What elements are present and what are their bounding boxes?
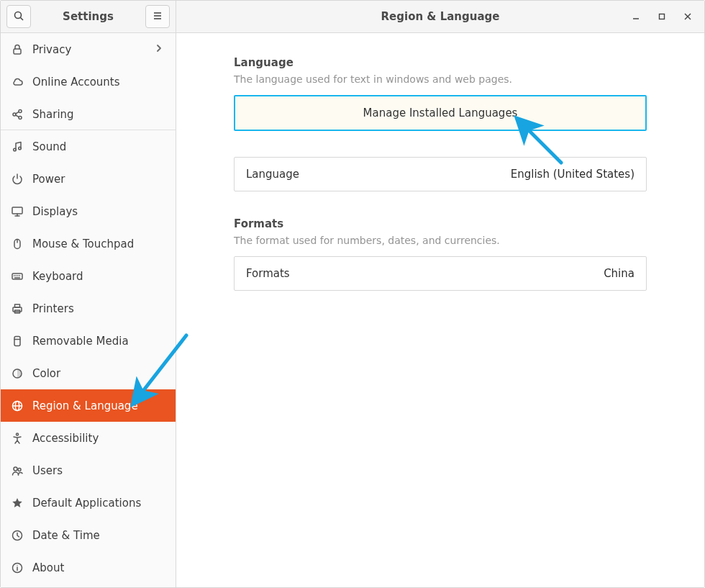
sidebar-item-removable-media[interactable]: Removable Media <box>1 325 176 357</box>
sidebar-item-label: Mouse & Touchpad <box>32 238 164 250</box>
formats-section-subtitle: The format used for numbers, dates, and … <box>234 235 647 246</box>
hamburger-icon <box>152 10 163 24</box>
main-pane: Region & Language <box>176 1 704 587</box>
sidebar-item-default-apps[interactable]: Default Applications <box>1 487 176 519</box>
svg-rect-41 <box>660 14 665 19</box>
sidebar-item-printers[interactable]: Printers <box>1 292 176 325</box>
sidebar-item-accessibility[interactable]: Accessibility <box>1 422 176 454</box>
svg-rect-25 <box>15 304 20 307</box>
sidebar-item-users[interactable]: Users <box>1 454 176 487</box>
display-icon <box>11 205 24 218</box>
sidebar-item-label: Privacy <box>32 43 145 56</box>
info-icon <box>11 561 24 574</box>
maximize-button[interactable] <box>650 6 674 29</box>
power-icon <box>11 173 24 186</box>
sidebar-item-label: Online Accounts <box>32 76 164 89</box>
svg-point-34 <box>14 467 17 471</box>
svg-point-0 <box>15 12 22 18</box>
sidebar-item-power[interactable]: Power <box>1 163 176 195</box>
svg-line-9 <box>16 112 19 114</box>
formats-row-key: Formats <box>246 267 290 280</box>
chevron-right-icon <box>154 43 164 55</box>
formats-row[interactable]: Formats China <box>235 257 646 290</box>
sidebar-item-label: Color <box>32 367 164 380</box>
sidebar-item-label: Removable Media <box>32 335 164 348</box>
printer-icon <box>11 302 24 315</box>
sidebar-item-date-time[interactable]: Date & Time <box>1 519 176 551</box>
search-button[interactable] <box>6 5 31 28</box>
language-row-value: English (United States) <box>511 168 634 181</box>
settings-window: Settings PrivacyOnline AccountsSharingSo… <box>0 0 705 588</box>
manage-languages-panel: Manage Installed Languages <box>234 95 647 131</box>
music-icon <box>11 140 24 153</box>
language-section-title: Language <box>234 56 647 69</box>
sidebar-item-label: Users <box>32 464 164 477</box>
minimize-icon <box>632 12 640 23</box>
page-title: Region & Language <box>381 10 500 23</box>
sidebar-item-label: Accessibility <box>32 432 164 445</box>
sidebar-item-label: Displays <box>32 205 164 218</box>
sidebar-item-color[interactable]: Color <box>1 357 176 389</box>
lock-icon <box>11 43 24 56</box>
sidebar-item-label: Region & Language <box>32 399 164 412</box>
maximize-icon <box>658 12 666 23</box>
formats-row-value: China <box>604 267 634 280</box>
sidebar-item-online-accounts[interactable]: Online Accounts <box>1 65 176 98</box>
svg-rect-13 <box>12 207 22 214</box>
sidebar-list: PrivacyOnline AccountsSharingSoundPowerD… <box>1 33 176 587</box>
svg-rect-27 <box>14 336 20 345</box>
sidebar-item-label: Printers <box>32 302 164 315</box>
svg-line-1 <box>21 17 24 20</box>
mouse-icon <box>11 238 24 250</box>
main-header: Region & Language <box>176 1 704 33</box>
language-row[interactable]: Language English (United States) <box>235 158 646 191</box>
sidebar-item-label: Default Applications <box>32 497 164 510</box>
close-button[interactable] <box>676 6 700 29</box>
formats-section-title: Formats <box>234 217 647 230</box>
main-body: Language The language used for text in w… <box>176 33 704 587</box>
svg-point-11 <box>14 148 17 151</box>
svg-rect-18 <box>12 273 22 279</box>
svg-point-12 <box>19 147 22 150</box>
globe-icon <box>11 399 24 412</box>
sidebar-item-label: Power <box>32 173 164 186</box>
sidebar-item-keyboard[interactable]: Keyboard <box>1 260 176 292</box>
manage-installed-languages-button[interactable]: Manage Installed Languages <box>235 96 645 130</box>
language-row-key: Language <box>246 168 299 181</box>
svg-point-35 <box>18 468 21 471</box>
svg-rect-5 <box>14 49 21 54</box>
language-section-subtitle: The language used for text in windows an… <box>234 73 647 85</box>
formats-row-panel: Formats China <box>234 256 647 291</box>
sidebar-item-label: Sound <box>32 140 164 153</box>
cloud-icon <box>11 76 24 89</box>
close-icon <box>683 12 692 23</box>
sidebar-item-privacy[interactable]: Privacy <box>1 33 176 65</box>
sidebar-item-sharing[interactable]: Sharing <box>1 98 176 130</box>
svg-line-10 <box>16 115 19 117</box>
color-icon <box>11 367 24 380</box>
svg-point-39 <box>17 565 17 566</box>
minimize-button[interactable] <box>624 6 648 29</box>
sidebar-item-about[interactable]: About <box>1 551 176 584</box>
svg-point-33 <box>17 433 19 435</box>
sidebar-title: Settings <box>35 10 141 23</box>
usb-icon <box>11 335 24 348</box>
clock-icon <box>11 529 24 542</box>
accessibility-icon <box>11 432 24 445</box>
sidebar-item-displays[interactable]: Displays <box>1 195 176 227</box>
star-icon <box>11 497 24 510</box>
window-controls <box>624 1 700 33</box>
sidebar-item-region-language[interactable]: Region & Language <box>1 389 176 422</box>
sidebar-item-mouse-touchpad[interactable]: Mouse & Touchpad <box>1 227 176 260</box>
sidebar-header: Settings <box>1 1 176 33</box>
manage-installed-languages-label: Manage Installed Languages <box>363 107 518 119</box>
sidebar: Settings PrivacyOnline AccountsSharingSo… <box>1 1 176 587</box>
share-icon <box>11 108 24 121</box>
sidebar-item-sound[interactable]: Sound <box>1 130 176 163</box>
sidebar-item-label: About <box>32 561 164 574</box>
users-icon <box>11 464 24 477</box>
menu-button[interactable] <box>145 5 170 28</box>
sidebar-item-label: Date & Time <box>32 529 164 542</box>
search-icon <box>13 10 24 24</box>
sidebar-item-label: Keyboard <box>32 270 164 283</box>
